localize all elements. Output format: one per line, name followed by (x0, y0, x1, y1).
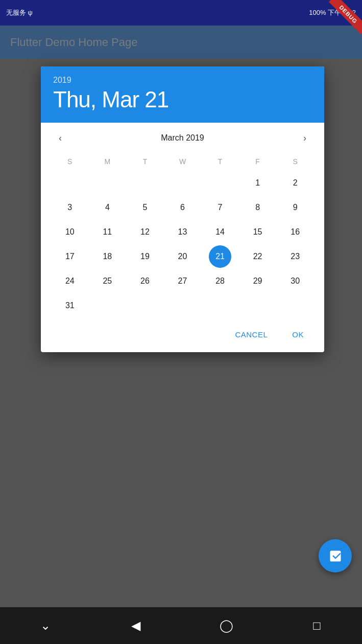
calendar-day-27[interactable]: 27 (171, 270, 194, 292)
calendar-day-empty (209, 294, 231, 317)
calendar-day-28[interactable]: 28 (209, 270, 231, 292)
calendar-day-empty (171, 294, 194, 317)
calendar-day-10[interactable]: 10 (59, 221, 81, 243)
calendar-day-29[interactable]: 29 (247, 270, 269, 292)
calendar-day-17[interactable]: 17 (59, 245, 81, 268)
calendar-day-6[interactable]: 6 (171, 196, 194, 219)
calendar-day-empty (59, 172, 81, 194)
ok-button[interactable]: OK (282, 325, 314, 344)
day-header-S: S (51, 155, 89, 168)
status-bar: 无服务 ψ 100% 下午 8:32 (0, 0, 362, 26)
status-right: 100% 下午 8:32 (309, 8, 356, 17)
day-header-T: T (201, 155, 239, 168)
date-picker-dialog: 2019 Thu, Mar 21 ‹ March 2019 › SMTWTFS … (41, 66, 324, 352)
calendar-day-15[interactable]: 15 (247, 221, 269, 243)
cancel-button[interactable]: CANCEL (225, 325, 278, 344)
nav-home-button[interactable]: ◯ (213, 613, 239, 638)
day-header-F: F (239, 155, 277, 168)
dialog-actions: CANCEL OK (41, 321, 324, 352)
calendar-day-empty (134, 172, 156, 194)
calendar-day-14[interactable]: 14 (209, 221, 231, 243)
calendar-day-31[interactable]: 31 (59, 294, 81, 317)
calendar-day-13[interactable]: 13 (171, 221, 194, 243)
calendar-day-23[interactable]: 23 (284, 245, 306, 268)
calendar-day-11[interactable]: 11 (96, 221, 118, 243)
calendar-day-empty (96, 172, 118, 194)
calendar-day-12[interactable]: 12 (134, 221, 156, 243)
calendar-day-empty (96, 294, 118, 317)
status-left: 无服务 ψ (6, 8, 33, 17)
calendar-day-21[interactable]: 21 (209, 245, 231, 268)
calendar-day-25[interactable]: 25 (96, 270, 118, 292)
calendar-day-20[interactable]: 20 (171, 245, 194, 268)
dialog-header: 2019 Thu, Mar 21 (41, 66, 324, 123)
day-header-W: W (164, 155, 202, 168)
calendar-day-1[interactable]: 1 (247, 172, 269, 194)
calendar-day-empty (209, 172, 231, 194)
month-title: March 2019 (161, 133, 204, 143)
day-header-M: M (89, 155, 127, 168)
day-headers: SMTWTFS (51, 155, 314, 168)
calendar-grid: 1234567891011121314151617181920212223242… (51, 172, 314, 317)
status-left-text: 无服务 ψ (6, 8, 33, 17)
calendar-day-empty (284, 294, 306, 317)
day-header-T: T (126, 155, 164, 168)
nav-down-button[interactable]: ⌄ (33, 613, 58, 638)
calendar-day-3[interactable]: 3 (59, 196, 81, 219)
calendar-day-2[interactable]: 2 (284, 172, 306, 194)
calendar-body: ‹ March 2019 › SMTWTFS 12345678910111213… (41, 123, 324, 321)
calendar-day-empty (247, 294, 269, 317)
calendar-day-9[interactable]: 9 (284, 196, 306, 219)
month-navigation: ‹ March 2019 › (51, 129, 314, 147)
nav-back-button[interactable]: ◀ (123, 613, 149, 638)
calendar-day-24[interactable]: 24 (59, 270, 81, 292)
dialog-selected-date: Thu, Mar 21 (53, 87, 312, 112)
bottom-navigation: ⌄ ◀ ◯ □ (0, 607, 362, 644)
calendar-day-7[interactable]: 7 (209, 196, 231, 219)
status-right-text: 100% 下午 8:32 (309, 8, 356, 17)
calendar-day-5[interactable]: 5 (134, 196, 156, 219)
calendar-day-16[interactable]: 16 (284, 221, 306, 243)
dialog-year: 2019 (53, 76, 312, 85)
calendar-day-empty (134, 294, 156, 317)
calendar-day-18[interactable]: 18 (96, 245, 118, 268)
day-header-S: S (276, 155, 314, 168)
calendar-day-8[interactable]: 8 (247, 196, 269, 219)
prev-month-button[interactable]: ‹ (51, 129, 69, 147)
next-month-button[interactable]: › (296, 129, 314, 147)
fab-button[interactable] (319, 539, 352, 572)
calendar-day-4[interactable]: 4 (96, 196, 118, 219)
calendar-day-19[interactable]: 19 (134, 245, 156, 268)
calendar-day-22[interactable]: 22 (247, 245, 269, 268)
calendar-day-30[interactable]: 30 (284, 270, 306, 292)
nav-recent-button[interactable]: □ (304, 613, 329, 638)
calendar-day-empty (171, 172, 194, 194)
calendar-day-26[interactable]: 26 (134, 270, 156, 292)
